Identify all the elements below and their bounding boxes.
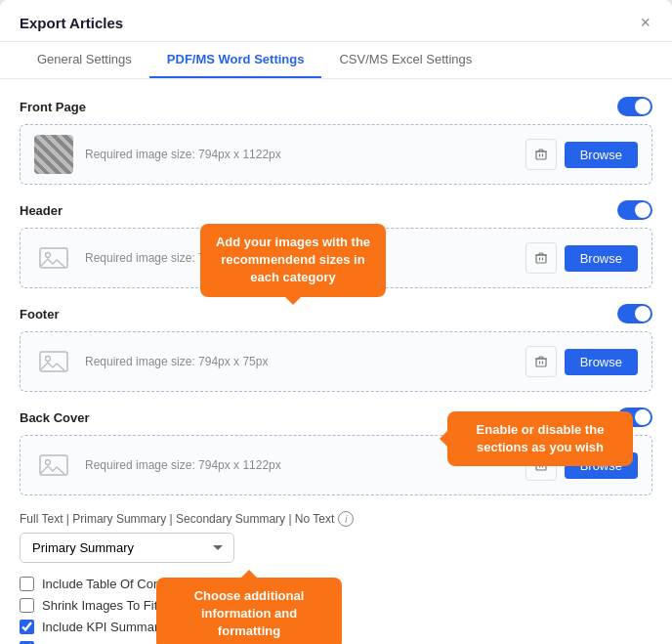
- front-page-delete-button[interactable]: [525, 139, 557, 170]
- front-page-thumbnail: [34, 135, 73, 174]
- footer-section-label: Footer: [20, 307, 59, 322]
- tab-pdf[interactable]: PDF/MS Word Settings: [149, 42, 322, 78]
- back-cover-header: Back Cover: [20, 408, 652, 427]
- header-section-label: Header: [20, 203, 63, 218]
- front-page-browse-button[interactable]: Browse: [565, 142, 638, 168]
- svg-point-11: [46, 357, 51, 362]
- back-cover-label: Back Cover: [20, 410, 90, 425]
- footer-toggle[interactable]: [617, 304, 652, 323]
- front-page-upload-row: Required image size: 794px x 1122px Brow…: [20, 124, 652, 185]
- front-page-label: Front Page: [20, 100, 86, 114]
- header-section-header: Header: [20, 200, 652, 220]
- checkboxes-section: Include Table Of Contents Shrink Images …: [20, 577, 652, 644]
- header-delete-button[interactable]: [525, 242, 557, 274]
- front-page-toggle[interactable]: [617, 97, 652, 116]
- back-cover-delete-button[interactable]: [525, 450, 557, 481]
- text-options-label-row: Full Text | Primary Summary | Secondary …: [20, 511, 652, 527]
- header-image-icon: [34, 238, 73, 278]
- trash-icon: [534, 251, 548, 265]
- front-page-actions: Browse: [525, 139, 638, 170]
- kpi-checkbox[interactable]: [20, 620, 34, 634]
- back-cover-section: Back Cover Required image size: 794px x …: [20, 408, 652, 495]
- text-options-label: Full Text | Primary Summary | Secondary …: [20, 512, 334, 526]
- front-page-header: Front Page: [20, 97, 652, 116]
- close-button[interactable]: ×: [638, 14, 652, 31]
- checkbox-toc[interactable]: Include Table Of Contents: [20, 577, 652, 591]
- footer-browse-button[interactable]: Browse: [565, 349, 638, 375]
- tabs-bar: General Settings PDF/MS Word Settings CS…: [0, 42, 672, 79]
- back-cover-browse-button[interactable]: Browse: [565, 452, 638, 479]
- svg-point-5: [46, 253, 51, 258]
- svg-rect-12: [536, 359, 546, 366]
- kpi-label: Include KPI Summary: [42, 620, 165, 634]
- export-modal: Export Articles × General Settings PDF/M…: [0, 0, 672, 644]
- modal-title: Export Articles: [20, 15, 123, 31]
- svg-rect-18: [536, 462, 546, 470]
- modal-header: Export Articles ×: [0, 0, 672, 42]
- header-size-hint: Required image size: 794px x 75px: [85, 251, 514, 265]
- back-cover-actions: Browse: [525, 450, 638, 481]
- svg-rect-0: [536, 151, 546, 159]
- footer-delete-button[interactable]: [525, 346, 557, 377]
- trash-icon: [534, 148, 548, 161]
- svg-rect-16: [40, 455, 67, 475]
- image-placeholder-icon: [38, 450, 69, 481]
- back-cover-size-hint: Required image size: 794px x 1122px: [85, 458, 514, 472]
- header-browse-button[interactable]: Browse: [565, 245, 638, 272]
- back-cover-upload-row: Required image size: 794px x 1122px Brow…: [20, 435, 652, 495]
- svg-point-17: [46, 460, 51, 465]
- modal-body: Front Page Required image size: 794px x …: [0, 79, 672, 644]
- svg-rect-6: [536, 255, 546, 263]
- footer-actions: Browse: [525, 346, 638, 377]
- shrink-checkbox[interactable]: [20, 598, 34, 613]
- header-toggle[interactable]: [617, 200, 652, 220]
- trash-icon: [534, 355, 548, 368]
- back-cover-toggle[interactable]: [617, 408, 652, 427]
- footer-image-icon: [34, 342, 73, 381]
- front-page-section: Front Page Required image size: 794px x …: [20, 97, 652, 185]
- footer-section-header: Footer: [20, 304, 652, 323]
- checkbox-shrink[interactable]: Shrink Images To Fit Single Page: [20, 598, 652, 613]
- header-upload-row: Required image size: 794px x 75px Browse: [20, 228, 652, 288]
- header-actions: Browse: [525, 242, 638, 274]
- toc-checkbox[interactable]: [20, 577, 34, 591]
- svg-rect-4: [40, 248, 67, 268]
- tab-csv[interactable]: CSV/MS Excel Settings: [321, 42, 489, 78]
- image-placeholder-icon: [38, 242, 69, 274]
- header-section: Header Required image size: 794px x 75px: [20, 200, 652, 288]
- back-cover-image-icon: [34, 446, 73, 485]
- text-options-section: Full Text | Primary Summary | Secondary …: [20, 511, 652, 573]
- tab-general[interactable]: General Settings: [20, 42, 149, 78]
- footer-section: Footer Required image size: 794px x 75px: [20, 304, 652, 392]
- checkbox-kpi[interactable]: Include KPI Summary: [20, 620, 652, 634]
- footer-size-hint: Required image size: 794px x 75px: [85, 355, 514, 368]
- trash-icon: [534, 458, 548, 472]
- footer-upload-row: Required image size: 794px x 75px Browse: [20, 331, 652, 392]
- front-page-size-hint: Required image size: 794px x 1122px: [85, 148, 514, 161]
- shrink-label: Shrink Images To Fit Single Page: [42, 598, 230, 613]
- toc-label: Include Table Of Contents: [42, 577, 188, 591]
- image-placeholder-icon: [38, 346, 69, 377]
- svg-rect-10: [40, 352, 67, 371]
- text-options-dropdown[interactable]: Primary Summary Full Text Secondary Summ…: [20, 533, 234, 563]
- text-options-info-icon[interactable]: i: [338, 511, 354, 527]
